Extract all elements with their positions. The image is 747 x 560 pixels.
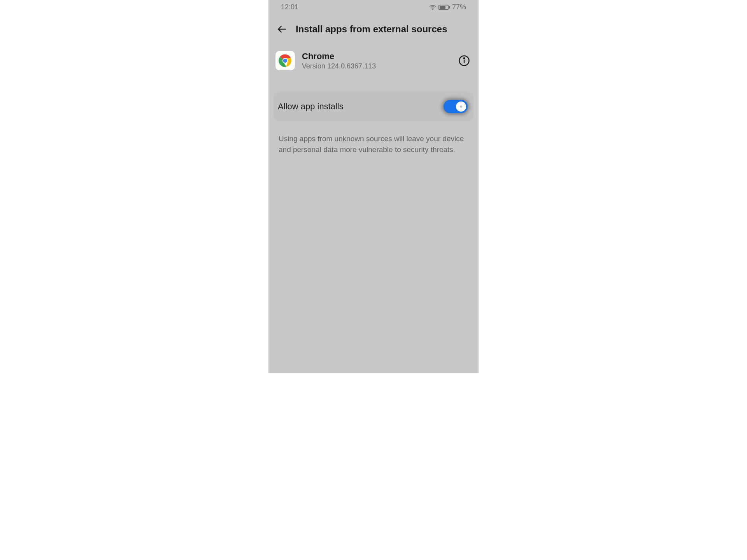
app-text: Chrome Version 124.0.6367.113 [302,51,451,70]
app-info-button[interactable] [458,55,470,66]
toggle-label: Allow app installs [278,102,344,112]
phone-screen: 12:01 77% Install app [268,0,479,373]
warning-text: Using apps from unknown sources will lea… [268,122,479,166]
status-time: 12:01 [281,3,298,11]
page-title: Install apps from external sources [296,24,447,35]
status-indicators: 77% [429,3,466,11]
status-bar: 12:01 77% [268,0,479,14]
svg-point-0 [432,9,433,9]
allow-installs-toggle[interactable] [444,100,468,113]
battery-percent: 77% [452,3,466,11]
back-button[interactable] [275,23,288,35]
battery-icon [438,5,450,10]
toggle-knob [456,102,466,112]
app-name: Chrome [302,51,451,62]
chrome-icon [275,51,295,70]
svg-point-7 [464,58,465,59]
allow-installs-row[interactable]: Allow app installs [273,91,474,122]
page-header: Install apps from external sources [268,14,479,42]
app-info-row: Chrome Version 124.0.6367.113 [268,42,479,79]
app-version: Version 124.0.6367.113 [302,62,451,70]
wifi-icon [429,4,436,11]
svg-point-4 [283,59,288,63]
